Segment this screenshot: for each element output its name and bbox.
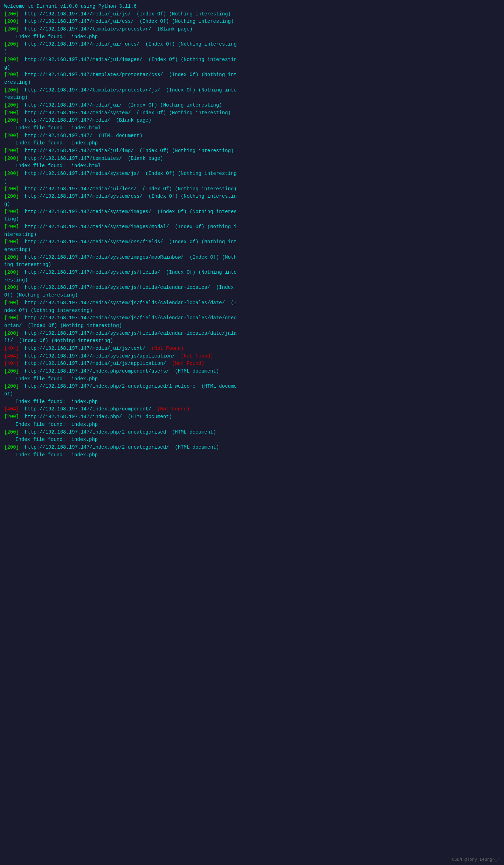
terminal-line: Index file found: index.php (4, 375, 500, 383)
terminal-line: [200] http://192.168.197.147/index.php/2… (4, 383, 500, 390)
terminal-line: Index file found: index.php (4, 33, 500, 41)
terminal-output: Welcome to Dirhunt v1.0.0 using Python 3… (4, 3, 500, 459)
terminal-line: [200] http://192.168.197.147/templates/p… (4, 71, 500, 79)
terminal-line: Index file found: index.php (4, 421, 500, 429)
terminal-line: Index file found: index.php (4, 436, 500, 444)
terminal-line: [200] http://192.168.197.147/media/syste… (4, 299, 500, 307)
terminal-line: [200] http://192.168.197.147/media/syste… (4, 238, 500, 246)
terminal-line: Welcome to Dirhunt v1.0.0 using Python 3… (4, 3, 500, 11)
terminal-line: g) (4, 200, 500, 208)
terminal-line: Index file found: index.php (4, 398, 500, 406)
terminal-line: [200] http://192.168.197.147/media/jui/c… (4, 18, 500, 26)
terminal-line: [200] http://192.168.197.147/media/syste… (4, 193, 500, 200)
terminal-line: ing interesting) (4, 261, 500, 269)
terminal-line: ) (4, 48, 500, 56)
terminal-line: [200] http://192.168.197.147/media/syste… (4, 330, 500, 338)
terminal-line: [200] http://192.168.197.147/templates/p… (4, 26, 500, 33)
terminal-line: [200] http://192.168.197.147/templates/ … (4, 155, 500, 163)
terminal-line: [200] http://192.168.197.147/index.php/c… (4, 368, 500, 375)
terminal-line: Index file found: index.php (4, 139, 500, 147)
terminal-line: [404] http://192.168.197.147/index.php/c… (4, 406, 500, 413)
terminal-line: resting) (4, 94, 500, 102)
terminal-line: resting) (4, 277, 500, 284)
terminal-line: orian/ (Index Of) (Nothing interesting) (4, 322, 500, 330)
terminal-line: Index file found: index.html (4, 124, 500, 132)
terminal-line: li/ (Index Of) (Nothing interesting) (4, 337, 500, 345)
terminal-line: g) (4, 64, 500, 71)
terminal-line: [200] http://192.168.197.147/media/jui/i… (4, 56, 500, 64)
terminal-line: [200] http://192.168.197.147/index.php/2… (4, 429, 500, 436)
terminal-line: [200] http://192.168.197.147/media/syste… (4, 109, 500, 117)
terminal-line: [200] http://192.168.197.147/media/jui/j… (4, 11, 500, 18)
terminal-line: [200] http://192.168.197.147/media/syste… (4, 223, 500, 231)
terminal-line: Index file found: index.php (4, 451, 500, 459)
terminal-line: nt) (4, 390, 500, 398)
terminal-line: [200] http://192.168.197.147/media/syste… (4, 284, 500, 292)
terminal: Welcome to Dirhunt v1.0.0 using Python 3… (4, 3, 500, 459)
terminal-line: ting) (4, 216, 500, 223)
terminal-line: [200] http://192.168.197.147/media/syste… (4, 314, 500, 322)
terminal-line: eresting) (4, 246, 500, 254)
terminal-line: [200] http://192.168.197.147/index.php/2… (4, 444, 500, 451)
terminal-line: [200] http://192.168.197.147/media/syste… (4, 208, 500, 216)
terminal-line: [200] http://192.168.197.147/media/jui/f… (4, 41, 500, 48)
terminal-line: [200] http://192.168.197.147/media/jui/i… (4, 147, 500, 155)
terminal-line: Index file found: index.html (4, 162, 500, 170)
terminal-line: ndex Of) (Nothing interesting) (4, 307, 500, 315)
terminal-line: [200] http://192.168.197.147/media/syste… (4, 170, 500, 178)
terminal-line: [200] http://192.168.197.147/media/syste… (4, 269, 500, 277)
terminal-line: [200] http://192.168.197.147/media/jui/l… (4, 185, 500, 193)
terminal-line: [200] http://192.168.197.147/media/jui/ … (4, 102, 500, 109)
watermark: CSDN @Tony Leung^_^ (452, 857, 500, 862)
terminal-line: [404] http://192.168.197.147/media/jui/j… (4, 345, 500, 353)
terminal-line: [200] http://192.168.197.147/ (HTML docu… (4, 132, 500, 140)
terminal-line: [200] http://192.168.197.147/templates/p… (4, 87, 500, 94)
terminal-line: nteresting) (4, 231, 500, 239)
terminal-line: [200] http://192.168.197.147/media/ (Bla… (4, 117, 500, 124)
terminal-line: Of) (Nothing interesting) (4, 292, 500, 299)
terminal-line: [404] http://192.168.197.147/media/syste… (4, 353, 500, 360)
terminal-line: ) (4, 178, 500, 185)
terminal-line: [200] http://192.168.197.147/media/syste… (4, 254, 500, 261)
terminal-line: [200] http://192.168.197.147/index.php/ … (4, 413, 500, 421)
terminal-line: [404] http://192.168.197.147/media/jui/j… (4, 360, 500, 368)
terminal-line: eresting) (4, 79, 500, 87)
